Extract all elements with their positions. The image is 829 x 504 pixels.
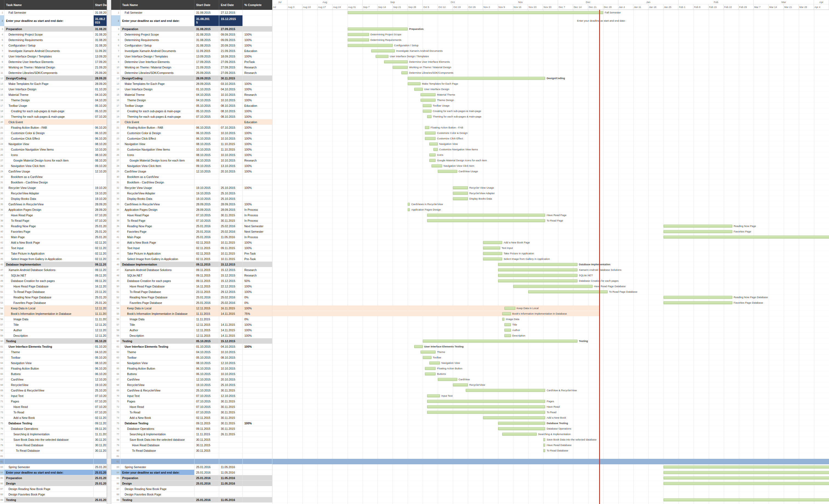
end-date-cell[interactable]: 04.10.2015 bbox=[219, 344, 243, 349]
task-name-cell[interactable]: Favorites Page bbox=[4, 229, 94, 234]
end-date-cell[interactable]: 10.11.2015 bbox=[219, 256, 243, 262]
gantt-bar[interactable] bbox=[498, 279, 577, 282]
end-date-cell[interactable]: 25.02.2016 bbox=[219, 295, 243, 300]
percent-complete-cell[interactable]: 0% bbox=[243, 316, 272, 322]
end-date-cell[interactable]: 10.11.2015 bbox=[219, 251, 243, 256]
end-date-cell[interactable]: 30.11.2015 bbox=[219, 426, 243, 431]
percent-complete-cell[interactable]: Next Semester bbox=[243, 223, 272, 229]
start-date-cell[interactable]: 10.10.2015 bbox=[194, 147, 219, 152]
task-name-cell[interactable]: CardView Usage bbox=[120, 169, 194, 174]
end-date-cell[interactable]: 08.10.2015 bbox=[219, 108, 243, 114]
row-number[interactable]: 36 bbox=[0, 207, 4, 212]
start-date-cell[interactable]: 13.09.2015 bbox=[94, 54, 107, 59]
row-number[interactable]: 15 bbox=[0, 92, 4, 98]
task-name-cell[interactable]: Favorites Page Database bbox=[120, 300, 194, 306]
start-date-cell[interactable]: 06.10.2015 bbox=[194, 366, 219, 371]
row-number[interactable]: 63 bbox=[111, 355, 120, 360]
row-number[interactable]: 32 bbox=[0, 185, 4, 191]
gantt-bar[interactable] bbox=[427, 405, 545, 408]
start-date-cell[interactable]: 04.10.2015 bbox=[194, 92, 219, 98]
task-name-cell[interactable]: Text Input bbox=[120, 245, 194, 251]
row-number[interactable]: 84 bbox=[111, 470, 120, 475]
start-date-cell[interactable]: 31.08.2015 bbox=[94, 32, 107, 37]
end-date-cell[interactable]: 09.09.2015 bbox=[219, 32, 243, 37]
start-date-cell[interactable]: 28.09.2015 bbox=[94, 76, 107, 81]
end-date-cell[interactable]: 10.10.2015 bbox=[219, 130, 243, 136]
main-pane-end-date-header[interactable]: End Date bbox=[219, 0, 243, 10]
row-number[interactable]: 39 bbox=[0, 223, 4, 229]
row-number[interactable]: 88 bbox=[0, 492, 4, 497]
task-name-cell[interactable]: Enter your deadline as start and end dat… bbox=[120, 15, 194, 26]
task-name-cell[interactable]: Design Favorites Book Page bbox=[120, 492, 194, 497]
task-name-cell[interactable]: Navigation View bbox=[4, 360, 94, 366]
row-number[interactable]: 63 bbox=[0, 355, 4, 360]
row-number[interactable]: 69 bbox=[0, 388, 4, 393]
row-number[interactable]: 27 bbox=[111, 158, 120, 163]
start-date-cell[interactable]: 12.10.2015 bbox=[194, 377, 219, 382]
gantt-bar[interactable] bbox=[425, 137, 436, 140]
row-number[interactable]: 62 bbox=[111, 349, 120, 355]
start-date-cell[interactable]: 30.11.2015 bbox=[94, 448, 107, 453]
row-number[interactable]: 19 bbox=[0, 114, 4, 119]
percent-complete-cell[interactable] bbox=[243, 180, 272, 185]
left-pane-start-date-header[interactable]: Start Date bbox=[94, 0, 107, 10]
gantt-bar[interactable] bbox=[453, 192, 468, 195]
end-date-cell[interactable]: 30.11.2015 bbox=[219, 388, 243, 393]
row-number[interactable]: 30 bbox=[111, 174, 120, 180]
task-name-cell[interactable]: Floating Action Button bbox=[120, 366, 194, 371]
gantt-bar[interactable] bbox=[425, 131, 436, 134]
start-date-cell[interactable]: 07.10.2015 bbox=[94, 218, 107, 223]
gantt-bar[interactable] bbox=[504, 334, 511, 337]
end-date-cell[interactable]: 10.11.2015 bbox=[219, 240, 243, 245]
gantt-bar[interactable] bbox=[423, 104, 431, 107]
row-number[interactable]: 46 bbox=[111, 262, 120, 267]
row-number[interactable]: 79 bbox=[0, 442, 4, 448]
task-name-cell[interactable]: Floating Action Button - FAB bbox=[4, 125, 94, 130]
row-number[interactable]: 3 bbox=[0, 26, 4, 32]
percent-complete-cell[interactable]: 75% bbox=[243, 311, 272, 316]
task-name-cell[interactable]: Pages bbox=[4, 399, 94, 404]
row-number[interactable]: 20 bbox=[0, 119, 4, 125]
gantt-bar[interactable] bbox=[421, 93, 436, 96]
start-date-cell[interactable]: 19.10.2015 bbox=[94, 185, 107, 191]
percent-complete-cell[interactable] bbox=[243, 10, 272, 15]
percent-complete-cell[interactable]: 100% bbox=[243, 114, 272, 119]
start-date-cell[interactable]: 25.01.2016 bbox=[194, 234, 219, 240]
gantt-bar[interactable] bbox=[498, 263, 577, 266]
row-number[interactable]: 5 bbox=[111, 37, 120, 43]
task-name-cell[interactable]: Configuration / Setup bbox=[120, 43, 194, 48]
pane-split-bar[interactable] bbox=[107, 0, 111, 504]
task-name-cell[interactable]: Navigation View bbox=[120, 360, 194, 366]
row-number[interactable]: 83 bbox=[0, 464, 4, 470]
end-date-cell[interactable]: 11.10.2015 bbox=[219, 147, 243, 152]
task-name-cell[interactable]: Design Reading Now Book Page bbox=[120, 486, 194, 492]
end-date-cell[interactable]: 11.05.2016 bbox=[219, 481, 243, 486]
percent-complete-cell[interactable] bbox=[243, 481, 272, 486]
row-number[interactable]: 68 bbox=[0, 382, 4, 388]
start-date-cell[interactable] bbox=[194, 459, 219, 464]
row-number[interactable]: 22 bbox=[0, 130, 4, 136]
task-name-cell[interactable]: RecyclerView Adapter bbox=[120, 191, 194, 196]
gantt-bar[interactable] bbox=[427, 411, 545, 414]
start-date-cell[interactable]: 07.10.2015 bbox=[94, 114, 107, 119]
task-name-cell[interactable]: Customize Color & Design bbox=[120, 130, 194, 136]
start-date-cell[interactable]: 08.10.2015 bbox=[94, 141, 107, 147]
end-date-cell[interactable]: 14.11.2015 bbox=[219, 327, 243, 333]
start-date-cell[interactable]: 07.10.2015 bbox=[94, 410, 107, 415]
start-date-cell[interactable]: 05.10.2015 bbox=[194, 108, 219, 114]
start-date-cell[interactable]: 30.11.2015 bbox=[194, 442, 219, 448]
start-date-cell[interactable]: 06.10.2015 bbox=[94, 366, 107, 371]
task-name-cell[interactable]: Theme bbox=[120, 349, 194, 355]
start-date-cell[interactable]: 10.10.2015 bbox=[94, 147, 107, 152]
row-number[interactable]: 86 bbox=[111, 481, 120, 486]
row-number[interactable]: 78 bbox=[0, 437, 4, 442]
row-number[interactable]: 57 bbox=[111, 322, 120, 327]
start-date-cell[interactable]: 12.11.2015 bbox=[194, 333, 219, 338]
start-date-cell[interactable]: 31.08.2015 bbox=[194, 10, 219, 15]
start-date-cell[interactable]: 05.10.2015 bbox=[94, 338, 107, 344]
end-date-cell[interactable]: 30.11.2015 bbox=[219, 421, 243, 426]
task-name-cell[interactable]: RecyclerView bbox=[120, 382, 194, 388]
task-name-cell[interactable]: Customize Click Effect bbox=[4, 136, 94, 141]
gantt-bar[interactable] bbox=[425, 367, 436, 370]
gantt-bar[interactable] bbox=[483, 241, 502, 244]
